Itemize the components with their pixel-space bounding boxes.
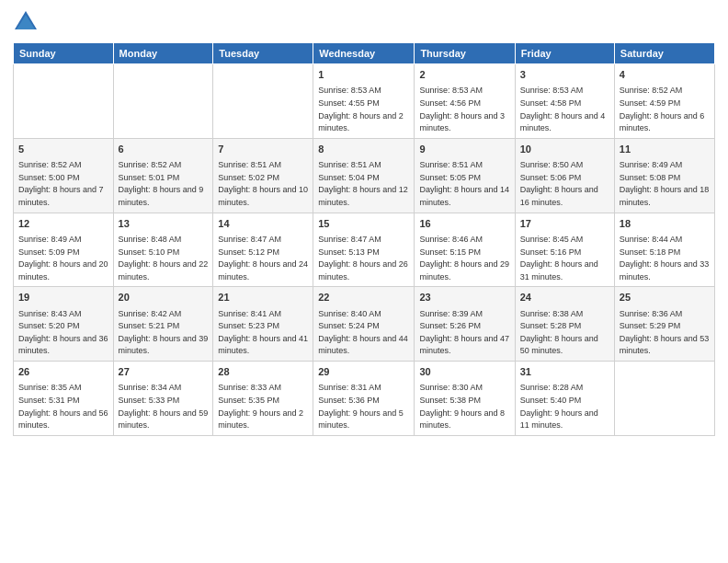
day-cell: 4Sunrise: 8:52 AMSunset: 4:59 PMDaylight… [614, 64, 714, 139]
day-cell: 20Sunrise: 8:42 AMSunset: 5:21 PMDayligh… [113, 287, 213, 362]
day-cell: 17Sunrise: 8:45 AMSunset: 5:16 PMDayligh… [515, 213, 614, 287]
day-info: Sunrise: 8:38 AMSunset: 5:28 PMDaylight:… [520, 309, 598, 356]
day-info: Sunrise: 8:53 AMSunset: 4:58 PMDaylight:… [520, 86, 606, 132]
logo-icon [13, 9, 39, 35]
day-number: 1 [318, 68, 409, 82]
day-cell: 16Sunrise: 8:46 AMSunset: 5:15 PMDayligh… [415, 213, 515, 287]
day-info: Sunrise: 8:48 AMSunset: 5:10 PMDaylight:… [119, 235, 209, 282]
weekday-header-tuesday: Tuesday [213, 43, 313, 64]
day-number: 17 [520, 217, 609, 231]
day-info: Sunrise: 8:49 AMSunset: 5:08 PMDaylight:… [620, 160, 710, 207]
day-cell: 6Sunrise: 8:52 AMSunset: 5:01 PMDaylight… [113, 138, 213, 213]
day-info: Sunrise: 8:28 AMSunset: 5:40 PMDaylight:… [520, 383, 598, 430]
day-cell [213, 64, 313, 139]
day-number: 24 [520, 291, 609, 304]
week-row-5: 26Sunrise: 8:35 AMSunset: 5:31 PMDayligh… [14, 362, 715, 436]
page: SundayMondayTuesdayWednesdayThursdayFrid… [0, 0, 728, 563]
day-number: 7 [218, 143, 308, 156]
day-number: 25 [620, 291, 710, 304]
day-number: 10 [520, 143, 609, 156]
day-info: Sunrise: 8:47 AMSunset: 5:12 PMDaylight:… [218, 235, 308, 282]
day-number: 21 [218, 291, 308, 304]
day-cell: 27Sunrise: 8:34 AMSunset: 5:33 PMDayligh… [113, 362, 213, 436]
day-number: 9 [419, 143, 509, 156]
weekday-header-wednesday: Wednesday [313, 43, 415, 64]
day-cell: 11Sunrise: 8:49 AMSunset: 5:08 PMDayligh… [614, 138, 714, 213]
day-cell [14, 64, 114, 139]
day-number: 13 [119, 217, 209, 231]
day-number: 28 [218, 365, 308, 379]
day-number: 6 [119, 143, 209, 156]
day-info: Sunrise: 8:31 AMSunset: 5:36 PMDaylight:… [318, 383, 404, 430]
day-number: 16 [419, 217, 509, 231]
weekday-header-friday: Friday [515, 43, 614, 64]
day-info: Sunrise: 8:33 AMSunset: 5:35 PMDaylight:… [218, 383, 303, 430]
day-number: 8 [318, 143, 409, 156]
header [13, 9, 715, 35]
day-number: 30 [419, 365, 509, 379]
calendar-header: SundayMondayTuesdayWednesdayThursdayFrid… [14, 43, 715, 64]
day-cell: 21Sunrise: 8:41 AMSunset: 5:23 PMDayligh… [213, 287, 313, 362]
day-info: Sunrise: 8:46 AMSunset: 5:15 PMDaylight:… [419, 235, 509, 282]
day-info: Sunrise: 8:35 AMSunset: 5:31 PMDaylight:… [18, 383, 108, 430]
day-info: Sunrise: 8:44 AMSunset: 5:18 PMDaylight:… [620, 235, 710, 282]
day-info: Sunrise: 8:43 AMSunset: 5:20 PMDaylight:… [18, 309, 108, 356]
week-row-2: 5Sunrise: 8:52 AMSunset: 5:00 PMDaylight… [14, 138, 715, 213]
day-info: Sunrise: 8:53 AMSunset: 4:55 PMDaylight:… [318, 86, 404, 132]
week-row-3: 12Sunrise: 8:49 AMSunset: 5:09 PMDayligh… [14, 213, 715, 287]
day-cell: 14Sunrise: 8:47 AMSunset: 5:12 PMDayligh… [213, 213, 313, 287]
day-number: 14 [218, 217, 308, 231]
day-number: 20 [119, 291, 209, 304]
day-number: 23 [419, 291, 509, 304]
day-info: Sunrise: 8:41 AMSunset: 5:23 PMDaylight:… [218, 309, 308, 356]
day-cell: 23Sunrise: 8:39 AMSunset: 5:26 PMDayligh… [415, 287, 515, 362]
day-cell: 5Sunrise: 8:52 AMSunset: 5:00 PMDaylight… [14, 138, 114, 213]
day-info: Sunrise: 8:40 AMSunset: 5:24 PMDaylight:… [318, 309, 408, 356]
logo [13, 9, 42, 35]
day-info: Sunrise: 8:51 AMSunset: 5:02 PMDaylight:… [218, 160, 308, 207]
day-cell: 7Sunrise: 8:51 AMSunset: 5:02 PMDaylight… [213, 138, 313, 213]
day-info: Sunrise: 8:45 AMSunset: 5:16 PMDaylight:… [520, 235, 598, 282]
day-info: Sunrise: 8:51 AMSunset: 5:05 PMDaylight:… [419, 160, 509, 207]
day-info: Sunrise: 8:49 AMSunset: 5:09 PMDaylight:… [18, 235, 108, 282]
day-cell: 12Sunrise: 8:49 AMSunset: 5:09 PMDayligh… [14, 213, 114, 287]
day-number: 27 [119, 365, 209, 379]
day-cell: 24Sunrise: 8:38 AMSunset: 5:28 PMDayligh… [515, 287, 614, 362]
day-number: 12 [18, 217, 108, 231]
day-number: 29 [318, 365, 409, 379]
week-row-1: 1Sunrise: 8:53 AMSunset: 4:55 PMDaylight… [14, 64, 715, 139]
day-cell: 15Sunrise: 8:47 AMSunset: 5:13 PMDayligh… [313, 213, 415, 287]
day-number: 31 [520, 365, 609, 379]
day-number: 26 [18, 365, 108, 379]
day-cell: 19Sunrise: 8:43 AMSunset: 5:20 PMDayligh… [14, 287, 114, 362]
day-info: Sunrise: 8:47 AMSunset: 5:13 PMDaylight:… [318, 235, 408, 282]
day-number: 11 [620, 143, 710, 156]
day-info: Sunrise: 8:51 AMSunset: 5:04 PMDaylight:… [318, 160, 408, 207]
weekday-header-thursday: Thursday [415, 43, 515, 64]
day-cell: 10Sunrise: 8:50 AMSunset: 5:06 PMDayligh… [515, 138, 614, 213]
day-cell: 18Sunrise: 8:44 AMSunset: 5:18 PMDayligh… [614, 213, 714, 287]
calendar: SundayMondayTuesdayWednesdayThursdayFrid… [13, 42, 715, 436]
day-info: Sunrise: 8:52 AMSunset: 5:01 PMDaylight:… [119, 160, 204, 207]
day-cell [614, 362, 714, 436]
day-info: Sunrise: 8:34 AMSunset: 5:33 PMDaylight:… [119, 383, 209, 430]
day-cell: 1Sunrise: 8:53 AMSunset: 4:55 PMDaylight… [313, 64, 415, 139]
day-cell: 2Sunrise: 8:53 AMSunset: 4:56 PMDaylight… [415, 64, 515, 139]
day-info: Sunrise: 8:36 AMSunset: 5:29 PMDaylight:… [620, 309, 710, 356]
day-cell [113, 64, 213, 139]
weekday-row: SundayMondayTuesdayWednesdayThursdayFrid… [14, 43, 715, 64]
day-cell: 26Sunrise: 8:35 AMSunset: 5:31 PMDayligh… [14, 362, 114, 436]
day-number: 18 [620, 217, 710, 231]
day-info: Sunrise: 8:52 AMSunset: 5:00 PMDaylight:… [18, 160, 104, 207]
day-cell: 31Sunrise: 8:28 AMSunset: 5:40 PMDayligh… [515, 362, 614, 436]
weekday-header-sunday: Sunday [14, 43, 114, 64]
day-cell: 8Sunrise: 8:51 AMSunset: 5:04 PMDaylight… [313, 138, 415, 213]
weekday-header-monday: Monday [113, 43, 213, 64]
day-number: 15 [318, 217, 409, 231]
day-number: 2 [419, 68, 509, 82]
day-number: 3 [520, 68, 609, 82]
day-cell: 3Sunrise: 8:53 AMSunset: 4:58 PMDaylight… [515, 64, 614, 139]
day-cell: 9Sunrise: 8:51 AMSunset: 5:05 PMDaylight… [415, 138, 515, 213]
day-info: Sunrise: 8:30 AMSunset: 5:38 PMDaylight:… [419, 383, 505, 430]
calendar-body: 1Sunrise: 8:53 AMSunset: 4:55 PMDaylight… [14, 64, 715, 436]
